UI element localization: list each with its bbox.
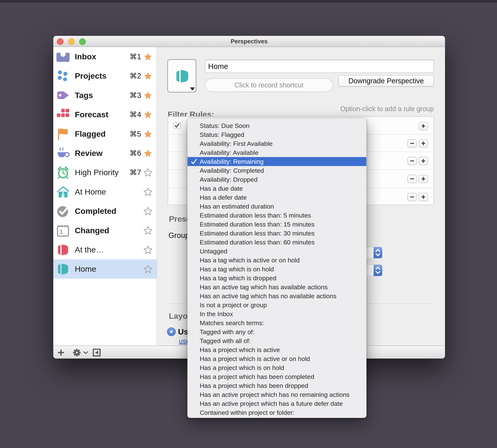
menu-item[interactable]: Availability: Available bbox=[188, 148, 366, 157]
remove-rule-button[interactable]: − bbox=[408, 175, 417, 183]
menu-item[interactable]: Has a tag which is on hold bbox=[188, 265, 366, 273]
menu-item[interactable]: Availability: First Available bbox=[188, 139, 366, 148]
sidebar-item-label: Completed bbox=[75, 202, 116, 221]
rule-enabled-checkbox[interactable] bbox=[173, 122, 181, 129]
title-bar[interactable]: Perspectives bbox=[53, 36, 445, 47]
sidebar-item-inbox[interactable]: Inbox⌘1 bbox=[53, 47, 157, 66]
menu-item[interactable]: Has a project which is active or on hold bbox=[188, 354, 366, 363]
shortcut-label: ⌘5 bbox=[130, 124, 141, 144]
sidebar-item-home[interactable]: Home bbox=[53, 259, 157, 279]
menu-item[interactable]: Estimated duration less than: 60 minutes bbox=[188, 238, 366, 247]
tag-icon bbox=[56, 88, 70, 103]
star-filled-icon[interactable] bbox=[144, 72, 152, 80]
sidebar-item-label: Tags bbox=[75, 86, 93, 105]
sidebar-item-tags[interactable]: Tags⌘3 bbox=[53, 86, 157, 105]
sidebar-item-label: At Home bbox=[75, 182, 106, 202]
menu-item[interactable]: Status: Flagged bbox=[188, 130, 366, 139]
menu-item[interactable]: Has a project which has been dropped bbox=[188, 381, 366, 390]
menu-item[interactable]: Has an active tag which has available ac… bbox=[188, 283, 366, 291]
sidebar-item-at-the[interactable]: At the… bbox=[53, 240, 157, 259]
menu-item[interactable]: Has a defer date bbox=[188, 193, 366, 202]
add-rule-button[interactable]: + bbox=[419, 122, 428, 130]
checkmark-icon bbox=[191, 158, 197, 165]
menu-item[interactable]: Tagged with any of: bbox=[188, 327, 366, 336]
star-outline-icon[interactable] bbox=[144, 188, 152, 196]
add-rule-button[interactable]: + bbox=[419, 175, 428, 183]
icon-dropdown-caret[interactable] bbox=[190, 87, 195, 91]
shortcut-label: ⌘7 bbox=[130, 163, 141, 182]
star-filled-icon[interactable] bbox=[144, 52, 152, 61]
menu-item[interactable]: Is not a project or group bbox=[188, 301, 366, 309]
projects-icon bbox=[56, 69, 70, 83]
add-rule-button[interactable]: + bbox=[419, 193, 428, 201]
star-outline-icon[interactable] bbox=[144, 226, 152, 235]
menu-item[interactable]: Has a project which is on hold bbox=[188, 363, 366, 372]
star-filled-icon[interactable] bbox=[144, 149, 152, 158]
sort-popup-stepper[interactable] bbox=[365, 265, 382, 276]
stepper-arrows-icon[interactable] bbox=[374, 265, 382, 276]
menu-item[interactable]: Matches search terms: bbox=[188, 318, 366, 327]
remove-rule-button[interactable]: − bbox=[408, 157, 417, 165]
downgrade-perspective-button[interactable]: Downgrade Perspective bbox=[339, 75, 434, 86]
group-popup-stepper[interactable] bbox=[365, 247, 382, 258]
star-outline-icon[interactable] bbox=[144, 245, 152, 254]
sidebar-item-changed[interactable]: 1Changed bbox=[53, 221, 157, 240]
gear-menu-button[interactable] bbox=[72, 348, 82, 358]
menu-item[interactable]: Estimated duration less than: 15 minutes bbox=[188, 220, 366, 229]
menu-item[interactable]: Has a tag which is dropped bbox=[188, 273, 366, 283]
svg-text:1: 1 bbox=[59, 228, 63, 235]
sidebar-item-high-priority[interactable]: High Priority⌘7 bbox=[53, 163, 157, 182]
add-perspective-button[interactable] bbox=[57, 349, 65, 357]
sidebar-item-projects[interactable]: Projects⌘2 bbox=[53, 66, 157, 85]
add-rule-button[interactable]: + bbox=[419, 139, 428, 147]
record-shortcut-button[interactable]: Click to record shortcut bbox=[205, 79, 333, 92]
menu-item[interactable]: Has an active project which has no remai… bbox=[188, 390, 366, 399]
sidebar-item-at-home[interactable]: At Home bbox=[53, 182, 157, 202]
star-outline-icon[interactable] bbox=[144, 168, 152, 177]
checkmark-circle-icon bbox=[56, 204, 70, 219]
sidebar-item-review[interactable]: Review⌘6 bbox=[53, 144, 157, 163]
menu-item[interactable]: Has a project which is active bbox=[188, 345, 366, 354]
remove-rule-button[interactable]: − bbox=[408, 139, 417, 147]
star-filled-icon[interactable] bbox=[144, 130, 152, 138]
star-filled-icon[interactable] bbox=[144, 110, 152, 119]
collapse-sidebar-button[interactable] bbox=[93, 349, 101, 357]
sidebar-item-completed[interactable]: Completed bbox=[53, 202, 157, 221]
shortcut-label: ⌘6 bbox=[130, 144, 141, 163]
sidebar-item-label: Flagged bbox=[75, 124, 106, 144]
forecast-grid-icon bbox=[56, 107, 70, 122]
menu-item[interactable]: Has an active tag which has no available… bbox=[188, 291, 366, 301]
calendar-icon: 1 bbox=[56, 223, 70, 238]
menu-item[interactable]: Estimated duration less than: 30 minutes bbox=[188, 229, 366, 238]
menu-item[interactable]: Availability: Completed bbox=[188, 166, 366, 175]
menu-item[interactable]: Has an estimated duration bbox=[188, 202, 366, 211]
sidebar-item-forecast[interactable]: Forecast⌘4 bbox=[53, 105, 157, 124]
layout-radio-selected[interactable] bbox=[167, 327, 176, 336]
star-outline-icon[interactable] bbox=[144, 207, 152, 215]
sidebar-item-flagged[interactable]: Flagged⌘5 bbox=[53, 124, 157, 144]
menu-item[interactable]: Status: Due Soon bbox=[188, 121, 366, 130]
menu-item[interactable]: Untagged bbox=[188, 247, 366, 256]
menu-item[interactable]: Availability: Remaining bbox=[188, 157, 366, 166]
perspective-name-input[interactable]: Home bbox=[205, 60, 434, 73]
screen: Perspectives Inbox⌘1Projects⌘2Tags⌘3Fore… bbox=[0, 0, 497, 448]
perspective-icon bbox=[174, 68, 191, 85]
add-rule-button[interactable]: + bbox=[419, 157, 428, 165]
layout-option-label: Us bbox=[178, 327, 188, 336]
menu-item[interactable]: Contained within project or folder: bbox=[188, 408, 366, 417]
star-outline-icon[interactable] bbox=[144, 265, 152, 273]
menu-item[interactable]: Availability: Dropped bbox=[188, 175, 366, 184]
stepper-arrows-icon[interactable] bbox=[374, 247, 382, 258]
menu-item[interactable]: Has a project which has been completed bbox=[188, 372, 366, 381]
filter-rule-dropdown-menu: Status: Due SoonStatus: FlaggedAvailabil… bbox=[187, 118, 366, 418]
menu-item[interactable]: Has an active project which has a future… bbox=[188, 399, 366, 408]
menu-item[interactable]: Has a due date bbox=[188, 184, 366, 193]
alarm-clock-icon bbox=[56, 165, 70, 180]
menu-item[interactable]: Estimated duration less than: 5 minutes bbox=[188, 211, 366, 220]
menu-item[interactable]: Tagged with all of: bbox=[188, 336, 366, 345]
remove-rule-button[interactable]: − bbox=[408, 193, 417, 201]
menu-item[interactable]: Has a tag which is active or on hold bbox=[188, 256, 366, 265]
perspective-red-icon bbox=[56, 242, 70, 257]
menu-item[interactable]: In the Inbox bbox=[188, 309, 366, 318]
star-filled-icon[interactable] bbox=[144, 91, 152, 99]
